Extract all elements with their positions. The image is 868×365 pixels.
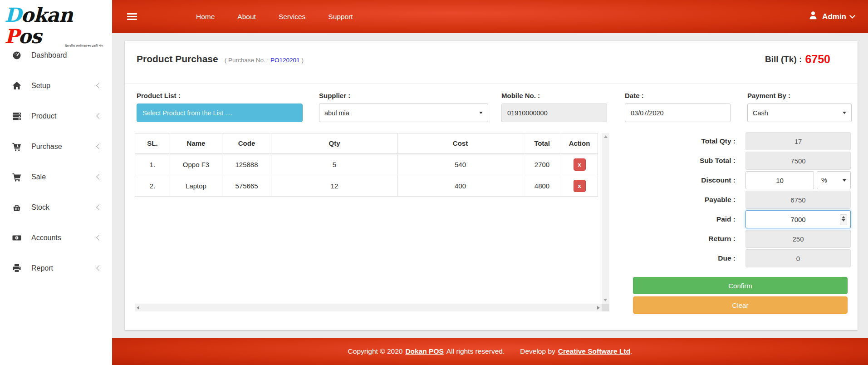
product-list-icon (12, 112, 24, 121)
sidebar-item-label: Dashboard (31, 51, 67, 59)
dashboard-icon (12, 51, 24, 60)
sidebar-item-stock[interactable]: Stock (0, 192, 112, 222)
chevron-left-icon (96, 235, 102, 241)
sidebar-item-product[interactable]: Product (0, 101, 112, 131)
sidebar-item-setup[interactable]: Setup (0, 70, 112, 101)
nav-item-services[interactable]: Services (279, 13, 305, 21)
purchase-card: Product Purchase ( Purchase No. : PO1202… (125, 41, 858, 330)
scrollbar-corner (602, 304, 609, 311)
chevron-down-icon (849, 13, 855, 19)
scroll-left-arrow-icon[interactable] (137, 306, 139, 310)
vertical-scrollbar[interactable] (602, 133, 609, 304)
due-value: 0 (745, 249, 851, 267)
nav-menu: Home About Services Support (196, 13, 353, 21)
summary-row-payable: Payable : 6750 (633, 191, 851, 209)
product-list-label: Product List : (137, 92, 303, 99)
return-label: Return : (633, 235, 745, 243)
col-header-total: Total (523, 133, 561, 154)
number-spinner[interactable] (840, 214, 847, 225)
cell-total: 4800 (523, 175, 561, 197)
mobile-label: Mobile No. : (501, 92, 607, 99)
product-table: SL. Name Code Qty Cost Total Action 1. O… (135, 133, 598, 197)
bill-label: Bill (Tk) : (765, 54, 802, 64)
nav-item-home[interactable]: Home (196, 13, 215, 21)
total-qty-value: 17 (745, 132, 851, 150)
sidebar-item-purchase[interactable]: Purchase (0, 131, 112, 162)
col-header-code: Code (222, 133, 271, 154)
sidebar-item-label: Accounts (31, 234, 61, 242)
shopping-cart-icon (12, 173, 24, 182)
content-area: Product Purchase ( Purchase No. : PO1202… (112, 33, 868, 338)
col-header-cost: Cost (398, 133, 523, 154)
paid-input-wrap (745, 210, 851, 228)
product-list-input[interactable] (137, 104, 303, 122)
delete-row-button[interactable]: x (574, 180, 586, 192)
col-header-qty: Qty (271, 133, 398, 154)
due-label: Due : (633, 254, 745, 262)
sidebar-item-accounts[interactable]: 1 Accounts (0, 222, 112, 253)
date-field: Date : (625, 92, 731, 122)
brand-link[interactable]: Dokan POS (405, 347, 443, 355)
cell-sl: 1. (135, 154, 170, 175)
cell-sl: 2. (135, 175, 170, 197)
spinner-up-icon[interactable] (842, 216, 845, 218)
discount-input[interactable] (745, 171, 814, 189)
cart-arrow-down-icon (12, 142, 24, 151)
chevron-left-icon (96, 265, 102, 271)
cell-name: Laptop (170, 175, 222, 197)
cell-qty: 5 (271, 154, 398, 175)
discount-unit-select[interactable]: % (817, 171, 851, 189)
sidebar-item-sale[interactable]: Sale (0, 162, 112, 192)
clear-button[interactable]: Clear (633, 296, 848, 314)
user-menu[interactable]: Admin (808, 10, 854, 23)
hamburger-menu-icon[interactable] (127, 12, 137, 21)
supplier-select[interactable]: abul mia (319, 104, 488, 122)
cell-cost: 540 (398, 154, 523, 175)
summary-row-due: Due : 0 (633, 249, 851, 267)
col-header-name: Name (170, 133, 222, 154)
table-row: 2. Laptop 575665 12 400 4800 x (135, 175, 598, 197)
discount-label: Discount : (633, 176, 745, 184)
app-logo[interactable]: Dokan Pos ক্রিয়েটিভ সফটওয়্যারের একটি প… (0, 0, 112, 39)
purchase-no-link[interactable]: PO120201 (270, 57, 300, 64)
print-icon (12, 264, 24, 273)
chevron-left-icon (96, 204, 102, 210)
cell-name: Oppo F3 (170, 154, 222, 175)
sidebar: Dokan Pos ক্রিয়েটিভ সফটওয়্যারের একটি প… (0, 0, 112, 365)
return-value: 250 (745, 230, 851, 248)
chevron-left-icon (96, 174, 102, 180)
delete-row-button[interactable]: x (574, 158, 586, 171)
paid-input[interactable] (746, 211, 850, 228)
scroll-right-arrow-icon[interactable] (597, 306, 600, 310)
sidebar-item-report[interactable]: Report (0, 253, 112, 283)
sidebar-item-dashboard[interactable]: Dashboard (0, 40, 112, 70)
horizontal-scrollbar[interactable] (135, 304, 602, 311)
paid-label: Paid : (633, 215, 745, 223)
money-bill-icon: 1 (12, 233, 24, 242)
purchase-no-prefix: ( Purchase No. : (225, 57, 269, 64)
table-row: 1. Oppo F3 125888 5 540 2700 x (135, 154, 598, 175)
sub-total-label: Sub Total : (633, 157, 745, 165)
date-input[interactable] (625, 104, 731, 122)
confirm-button[interactable]: Confirm (633, 277, 848, 294)
purchase-summary: Total Qty : 17 Sub Total : 7500 Discount… (633, 132, 851, 269)
spinner-down-icon[interactable] (842, 219, 845, 222)
discount-unit-value: % (821, 177, 827, 184)
nav-item-about[interactable]: About (237, 13, 256, 21)
mobile-input[interactable] (501, 104, 607, 122)
payment-select[interactable]: Cash (747, 104, 852, 122)
scroll-down-arrow-icon[interactable] (603, 299, 607, 301)
cell-cost: 400 (398, 175, 523, 197)
company-link[interactable]: Creative Software Ltd (558, 347, 630, 355)
nav-item-support[interactable]: Support (328, 13, 353, 21)
user-icon (808, 10, 818, 23)
page-title: Product Purchase (137, 54, 218, 64)
chevron-left-icon (96, 143, 102, 149)
purchase-no-suffix: ) (301, 57, 304, 64)
col-header-sl: SL. (135, 133, 170, 154)
scroll-up-arrow-icon[interactable] (604, 135, 608, 138)
total-qty-label: Total Qty : (633, 137, 745, 145)
payment-selected-value: Cash (753, 109, 768, 117)
summary-row-sub-total: Sub Total : 7500 (633, 152, 851, 170)
payable-value: 6750 (745, 191, 851, 209)
